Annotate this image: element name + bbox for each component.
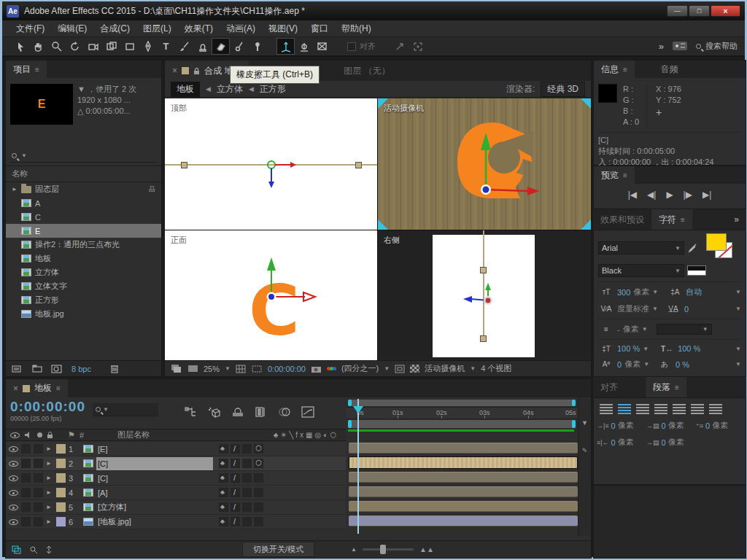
toggle-switches-modes-button[interactable]: 切换开关/模式: [242, 542, 314, 557]
delete-icon[interactable]: [110, 364, 119, 373]
eye-icon[interactable]: [9, 505, 18, 510]
world-axis-mode-icon[interactable]: [295, 38, 313, 55]
collapse-switch[interactable]: [219, 488, 228, 497]
eye-icon[interactable]: [9, 475, 18, 481]
breadcrumb-current[interactable]: 地板: [171, 82, 200, 97]
layer-name[interactable]: [C]: [96, 472, 213, 485]
collapse-switch[interactable]: [219, 473, 228, 483]
tracking-amount-value[interactable]: 0: [684, 305, 689, 314]
camera-tool-icon[interactable]: [84, 38, 102, 55]
clone-stamp-tool-icon[interactable]: [193, 38, 212, 55]
tab-close-icon[interactable]: ×: [13, 384, 18, 394]
puppet-pin-tool-icon[interactable]: [248, 38, 266, 55]
justify-last-right-button[interactable]: [691, 404, 704, 414]
navigator-bar[interactable]: [348, 400, 576, 406]
justify-all-button[interactable]: [709, 404, 722, 414]
indent-left-field[interactable]: →|≡ 0像素: [597, 420, 643, 431]
plane-handle[interactable]: [480, 335, 487, 342]
maximize-button[interactable]: □: [689, 5, 710, 17]
3d-layer-switch[interactable]: [254, 444, 263, 454]
align-center-button[interactable]: [618, 404, 631, 414]
project-item-folder[interactable]: ► 固态层品: [6, 182, 161, 196]
layer-row[interactable]: ► 6 [地板.jpg]: [6, 515, 346, 529]
eyedropper-icon[interactable]: [687, 243, 697, 253]
playhead[interactable]: [353, 397, 363, 543]
panel-menu-icon[interactable]: ≡: [623, 66, 627, 74]
time-ruler[interactable]: 0s 01s 02s 03s 04s 05s: [347, 407, 579, 419]
pan-behind-tool-icon[interactable]: [102, 38, 120, 55]
layer-duration-bar-selected[interactable]: [349, 456, 578, 469]
layer-name-column[interactable]: 图层名称: [117, 429, 150, 440]
previous-frame-button[interactable]: ◀|: [647, 190, 656, 200]
frame-blending-icon[interactable]: [255, 406, 268, 418]
justify-last-left-button[interactable]: [654, 404, 667, 414]
roto-brush-tool-icon[interactable]: [230, 38, 248, 55]
space-before-field[interactable]: →▤ 0像素: [646, 420, 693, 431]
timeline-search-input[interactable]: ▼: [93, 403, 158, 416]
quality-switch[interactable]: [231, 517, 240, 526]
tsume-value[interactable]: 0 %: [676, 360, 689, 369]
panel-menu-icon[interactable]: ≡: [56, 384, 61, 392]
quality-switch[interactable]: [231, 459, 240, 468]
menu-animation[interactable]: 动画(A): [220, 20, 262, 37]
current-time-display[interactable]: 0:00:00:00 00000 (25.00 fps): [10, 400, 85, 425]
pen-tool-icon[interactable]: [139, 38, 157, 55]
solo-column-icon[interactable]: [37, 432, 42, 438]
search-help[interactable]: 搜索帮助: [696, 41, 738, 52]
zoom-out-icon[interactable]: ▲: [351, 546, 357, 553]
toolbar-overflow-chevron[interactable]: »: [659, 41, 664, 52]
vertical-scale-value[interactable]: 100 %: [617, 344, 640, 353]
viewport-front[interactable]: 正面 C: [165, 230, 377, 362]
layer-duration-bar[interactable]: [349, 516, 578, 526]
label-color-swatch[interactable]: [56, 444, 66, 454]
workspace-icon[interactable]: [673, 42, 687, 52]
project-search-input[interactable]: ▼: [10, 149, 157, 163]
local-axis-mode-icon[interactable]: [276, 38, 295, 55]
snap-option-icon[interactable]: [390, 38, 409, 55]
channel-icon[interactable]: [327, 367, 336, 370]
zoom-in-icon[interactable]: ▲▲: [419, 545, 434, 553]
space-after-field[interactable]: →▤ 0像素: [646, 437, 693, 448]
quality-switch[interactable]: [231, 502, 240, 512]
new-folder-icon[interactable]: [32, 365, 42, 373]
expand-icon[interactable]: ►: [46, 518, 53, 525]
rotation-tool-icon[interactable]: [66, 38, 84, 55]
mask-visibility-icon[interactable]: [252, 365, 263, 373]
tab-align[interactable]: 对齐: [593, 377, 625, 397]
work-area-end-handle[interactable]: [572, 420, 576, 428]
menu-window[interactable]: 窗口: [304, 20, 335, 37]
expand-icon[interactable]: ►: [46, 504, 53, 510]
viewport-active-camera[interactable]: 活动摄像机: [378, 98, 591, 230]
project-item[interactable]: 正方形: [6, 293, 161, 307]
collapse-switch[interactable]: [219, 502, 228, 512]
axis-gizmo[interactable]: [261, 155, 305, 192]
panel-menu-icon[interactable]: ≡: [681, 216, 685, 224]
draft-3d-icon[interactable]: [208, 406, 221, 418]
eye-icon[interactable]: [9, 461, 18, 467]
project-item[interactable]: 立体文字: [6, 279, 161, 293]
expand-layers-icon[interactable]: [12, 545, 22, 554]
layer-duration-bar[interactable]: [349, 501, 578, 512]
project-item[interactable]: C: [6, 210, 161, 224]
type-tool-icon[interactable]: T: [157, 38, 175, 55]
project-item-selected[interactable]: E: [6, 224, 161, 238]
work-area-bar[interactable]: [348, 420, 576, 428]
expand-icon[interactable]: ►: [46, 460, 53, 467]
tab-preview[interactable]: 预览≡: [594, 166, 635, 184]
project-item[interactable]: A: [6, 196, 161, 210]
label-color-swatch[interactable]: [56, 459, 66, 468]
project-item[interactable]: 立方体: [6, 265, 161, 279]
eraser-tool-icon[interactable]: [212, 38, 230, 55]
layer-row[interactable]: ► 4 [A]: [6, 486, 346, 500]
layer-name[interactable]: [地板.jpg]: [96, 516, 213, 529]
tab-character[interactable]: 字符≡: [651, 209, 692, 230]
current-time-button[interactable]: 0:00:00:00: [268, 365, 306, 373]
parent-link-icon[interactable]: [29, 545, 38, 554]
last-frame-button[interactable]: ▶|: [703, 190, 711, 200]
tab-overflow-chevron[interactable]: »: [727, 209, 746, 230]
fill-color-swatch[interactable]: [706, 233, 727, 251]
panel-menu-icon[interactable]: ≡: [675, 384, 679, 392]
quality-switch[interactable]: [231, 473, 240, 483]
region-of-interest-icon[interactable]: [395, 365, 405, 373]
letter-c-layer[interactable]: [447, 117, 542, 208]
